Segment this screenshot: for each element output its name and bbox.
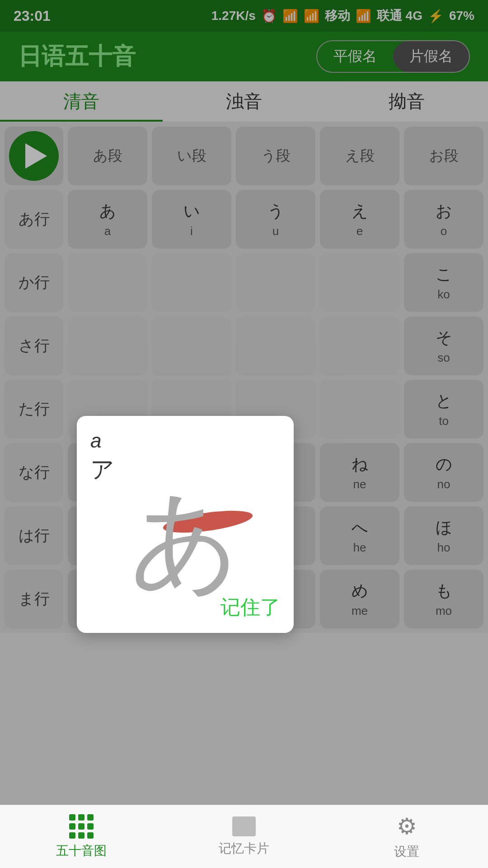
nav-settings-label: 设置: [394, 843, 419, 860]
popup-char-area: あ: [90, 486, 280, 594]
card-icon: [232, 816, 256, 836]
nav-gojuuon-label: 五十音图: [56, 842, 107, 859]
popup-romaji: a: [90, 429, 280, 452]
nav-flashcard-label: 记忆卡片: [219, 840, 269, 857]
gear-icon: ⚙: [397, 813, 417, 840]
nav-settings[interactable]: ⚙ 设置: [325, 805, 488, 868]
popup-main-char: あ: [130, 486, 241, 594]
dots-icon: [69, 814, 94, 839]
kana-detail-overlay[interactable]: a ア あ 记住了: [0, 0, 488, 868]
kana-detail-card[interactable]: a ア あ 记住了: [77, 416, 294, 633]
nav-flashcard[interactable]: 记忆卡片: [163, 805, 325, 868]
nav-gojuuon[interactable]: 五十音图: [0, 805, 163, 868]
bottom-navigation: 五十音图 记忆卡片 ⚙ 设置: [0, 805, 488, 868]
